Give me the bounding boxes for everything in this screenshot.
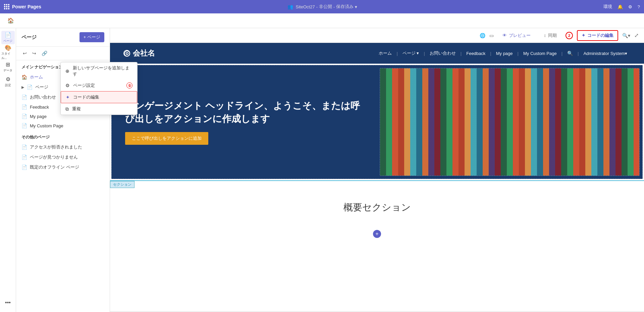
content-area: 🌐 ▭ 👁 プレビュー ↕ 同期 2 ✦ コードの編集 🔍▾ ⤢ — [110, 28, 644, 312]
section-wrapper: セクション + 概要セクション — [110, 180, 644, 234]
notification-icon[interactable]: 🔔 — [618, 4, 623, 9]
preview-button[interactable]: 👁 プレビュー — [498, 30, 535, 41]
hero-headline: エンゲージメント ヘッドライン、ようこそ、または呼び出しをアクションに作成します — [125, 99, 364, 125]
site-nav: ホーム | ページ ▾ | お問い合わせ | Feedback | My pag… — [375, 49, 631, 58]
code-edit-icon: ✦ — [66, 95, 70, 100]
nav-mycustompage[interactable]: My Custom Page — [520, 50, 560, 57]
logo-icon: ◎ — [123, 50, 130, 57]
add-subpage-icon: ⊕ — [65, 68, 69, 74]
page-settings-icon: ⚙ — [65, 83, 70, 88]
website-preview: ◎ 会社名 ホーム | ページ ▾ | お問い合わせ | Feedback | — [110, 43, 644, 311]
site-info[interactable]: SiteOct27 - 非公開 - 保存済み ▾ — [296, 4, 358, 10]
home-item-icon: 🏠 — [21, 74, 27, 80]
mypage-item-icon: 📄 — [21, 114, 27, 119]
waffle-icon[interactable] — [4, 4, 9, 9]
nav-home[interactable]: ホーム — [375, 49, 395, 58]
page-toolbar: 🌐 ▭ 👁 プレビュー ↕ 同期 2 ✦ コードの編集 🔍▾ ⤢ — [110, 28, 644, 43]
expand-icon[interactable]: ⤢ — [634, 32, 639, 39]
code-edit-button[interactable]: ✦ コードの編集 — [577, 30, 618, 41]
settings-icon: ⚙ — [6, 76, 10, 82]
sidebar: ページ + ページ ↩ ↪ 🔗 メイン ナビゲーション 🏠 ホーム ••• ▶ … — [16, 28, 110, 312]
globe-icon[interactable]: 🌐 — [480, 33, 485, 38]
hero-image-container — [380, 68, 640, 176]
expand-icon[interactable]: ▶ — [21, 85, 24, 89]
context-add-subpage[interactable]: ⊕ 新しいサブページを追加します — [61, 62, 110, 80]
nav-feedback[interactable]: Feedback — [463, 50, 489, 57]
mycustompage-item-icon: 📄 — [21, 123, 27, 128]
pages-icon: 📄 — [5, 32, 11, 38]
site-logo: ◎ 会社名 — [123, 48, 155, 58]
rail-data[interactable]: ⊞ データ — [1, 60, 15, 74]
undo-redo-bar: ↩ ↪ 🔗 — [16, 47, 110, 60]
icon-rail: 📄 ページ 🎨 スタイル... ⊞ データ ⚙ 設定 ••• — [0, 28, 16, 312]
preview-device-icon[interactable]: ▭ — [489, 33, 494, 38]
nav-admin[interactable]: Administrator System▾ — [580, 50, 631, 57]
sidebar-header: ページ + ページ — [16, 28, 110, 47]
rail-styles[interactable]: 🎨 スタイル... — [1, 46, 15, 59]
top-bar-right: 環境 🔔 ⚙ ? — [603, 4, 640, 10]
sidebar-title: ページ — [21, 34, 37, 41]
context-menu: ⊕ 新しいサブページを追加します ⚙ ページ設定 ① ✦ コードの編集 ⧉ 重複 — [60, 62, 110, 115]
not-found-icon: 📄 — [21, 154, 27, 160]
page-item-icon: 📄 — [27, 84, 33, 90]
overview-title: 概要セクション — [123, 201, 631, 214]
offline-icon: 📄 — [21, 165, 27, 170]
more-icon: ••• — [5, 300, 11, 306]
nav-mypage[interactable]: My page — [493, 50, 516, 57]
code-edit-btn-icon: ✦ — [582, 33, 585, 38]
rail-settings[interactable]: ⚙ 設定 — [1, 75, 15, 88]
access-denied-icon: 📄 — [21, 144, 27, 150]
data-icon: ⊞ — [6, 61, 10, 68]
app-logo: Power Pages — [4, 4, 41, 9]
contact-item-icon: 📄 — [21, 95, 27, 100]
rail-pages[interactable]: 📄 ページ — [1, 31, 15, 44]
second-bar: 🏠 — [0, 13, 644, 28]
hero-image — [380, 68, 639, 176]
context-page-settings[interactable]: ⚙ ページ設定 ① — [61, 80, 110, 91]
feedback-item-icon: 📄 — [21, 104, 27, 110]
top-bar: Power Pages 👥 SiteOct27 - 非公開 - 保存済み ▾ 環… — [0, 0, 644, 13]
code-edit-badge: 2 — [566, 32, 573, 39]
site-header: ◎ 会社名 ホーム | ページ ▾ | お問い合わせ | Feedback | — [110, 43, 644, 64]
link-button[interactable]: 🔗 — [40, 49, 49, 57]
sidebar-item-not-found[interactable]: 📄 ページが見つかりません — [16, 152, 110, 162]
sidebar-item-mycustompage[interactable]: 📄 My Custom Page — [16, 121, 110, 130]
other-pages-title: その他のページ — [16, 130, 110, 142]
nav-contact[interactable]: お問い合わせ — [426, 49, 459, 58]
settings-icon[interactable]: ⚙ — [628, 4, 632, 9]
sidebar-item-access-denied[interactable]: 📄 アクセスが拒否されました — [16, 142, 110, 152]
duplicate-icon: ⧉ — [65, 106, 69, 112]
styles-icon: 🎨 — [5, 45, 11, 51]
section-label: セクション — [110, 181, 135, 188]
section-add-button[interactable]: + — [373, 230, 381, 238]
zoom-control[interactable]: 🔍▾ — [622, 33, 630, 38]
sync-icon: ↕ — [544, 33, 546, 38]
sync-button[interactable]: ↕ 同期 — [539, 30, 562, 41]
context-code-edit[interactable]: ✦ コードの編集 — [61, 91, 110, 103]
help-icon[interactable]: ? — [638, 4, 640, 9]
overview-section: 概要セクション — [110, 181, 644, 234]
nav-page[interactable]: ページ ▾ — [399, 49, 423, 58]
hero-section: エンゲージメント ヘッドライン、ようこそ、または呼び出しをアクションに作成します… — [111, 65, 643, 179]
preview-icon: 👁 — [502, 33, 507, 38]
add-page-button[interactable]: + ページ — [79, 32, 104, 42]
rail-more[interactable]: ••• — [1, 296, 15, 309]
nav-search[interactable]: 🔍 — [564, 49, 576, 57]
environment-label: 環境 — [603, 4, 612, 10]
context-duplicate[interactable]: ⧉ 重複 — [61, 103, 110, 115]
canvas: ◎ 会社名 ホーム | ページ ▾ | お問い合わせ | Feedback | — [110, 43, 644, 312]
home-button[interactable]: 🏠 — [5, 15, 16, 26]
top-bar-center: 👥 SiteOct27 - 非公開 - 保存済み ▾ — [44, 4, 601, 10]
cta-button[interactable]: ここで呼び出しをアクションに追加 — [125, 132, 208, 145]
main-layout: 📄 ページ 🎨 スタイル... ⊞ データ ⚙ 設定 ••• ページ + ページ… — [0, 28, 644, 312]
app-name: Power Pages — [12, 4, 41, 9]
sidebar-item-offline[interactable]: 📄 既定のオフライン ページ — [16, 162, 110, 172]
undo-button[interactable]: ↩ — [21, 49, 28, 57]
redo-button[interactable]: ↪ — [31, 49, 38, 57]
hero-left: エンゲージメント ヘッドライン、ようこそ、または呼び出しをアクションに作成します… — [112, 65, 377, 179]
